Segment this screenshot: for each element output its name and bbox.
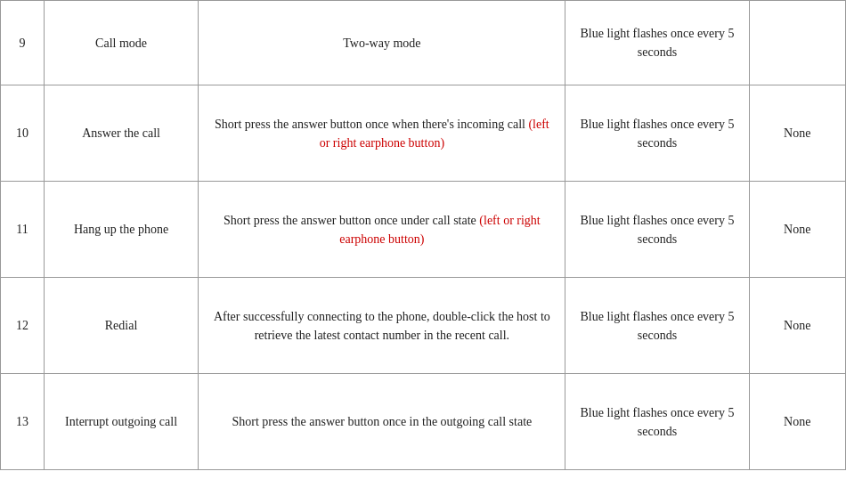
row-feature: Answer the call (44, 85, 199, 182)
row-num: 11 (1, 182, 45, 278)
row-operation: Short press the answer button once in th… (199, 374, 565, 470)
row-feature: Hang up the phone (44, 182, 199, 278)
row-feature: Redial (44, 278, 199, 374)
row-num: 9 (1, 1, 45, 85)
row-tone: None (749, 374, 845, 470)
row-operation: Short press the answer button once under… (199, 182, 565, 278)
row-operation: Two-way mode (199, 1, 565, 85)
row-num: 13 (1, 374, 45, 470)
main-table: 9 Call mode Two-way mode Blue light flas… (0, 0, 846, 470)
red-text: (left or right earphone button) (320, 118, 549, 150)
row-feature: Call mode (44, 1, 199, 85)
row-tone: None (749, 182, 845, 278)
row-indicator: Blue light flashes once every 5 seconds (565, 85, 749, 182)
table-row: 11 Hang up the phone Short press the ans… (1, 182, 846, 278)
table-row: 12 Redial After successfully connecting … (1, 278, 846, 374)
row-num: 12 (1, 278, 45, 374)
row-num: 10 (1, 85, 45, 182)
table-row: 10 Answer the call Short press the answe… (1, 85, 846, 182)
row-tone: None (749, 278, 845, 374)
row-operation: Short press the answer button once when … (199, 85, 565, 182)
row-tone (749, 1, 845, 85)
row-indicator: Blue light flashes once every 5 seconds (565, 278, 749, 374)
red-text: (left or right earphone button) (339, 214, 540, 246)
row-operation: After successfully connecting to the pho… (199, 278, 565, 374)
row-indicator: Blue light flashes once every 5 seconds (565, 182, 749, 278)
table-row: 9 Call mode Two-way mode Blue light flas… (1, 1, 846, 85)
table-row: 13 Interrupt outgoing call Short press t… (1, 374, 846, 470)
row-feature: Interrupt outgoing call (44, 374, 199, 470)
row-tone: None (749, 85, 845, 182)
row-indicator: Blue light flashes once every 5 seconds (565, 1, 749, 85)
row-indicator: Blue light flashes once every 5 seconds (565, 374, 749, 470)
